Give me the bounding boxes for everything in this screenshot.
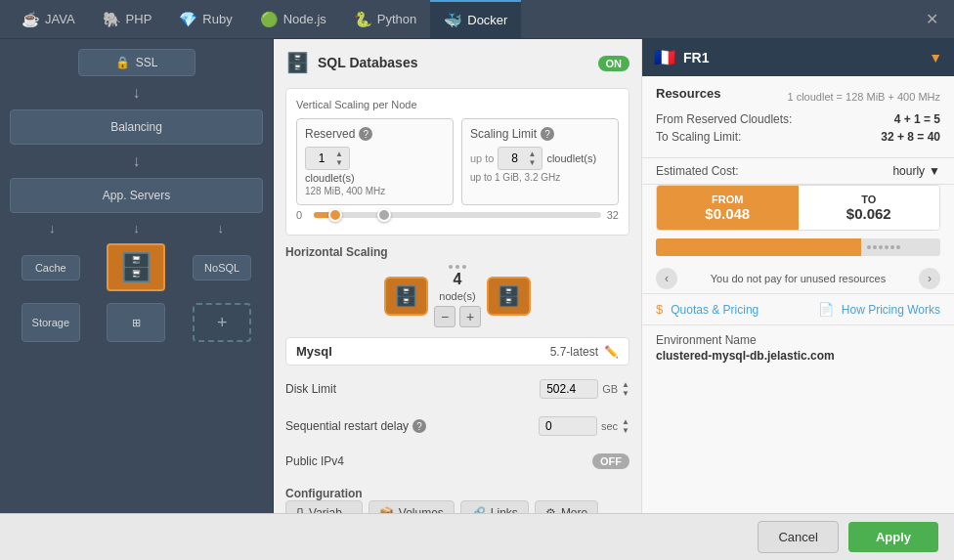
- cost-period-value: hourly: [892, 164, 925, 178]
- arrow-down-ssl: ↓: [10, 84, 263, 102]
- tab-python[interactable]: 🐍 Python: [340, 0, 430, 39]
- public-ipv4-row: Public IPv4 OFF: [285, 450, 629, 473]
- to-scaling-value: 32 + 8 = 40: [881, 130, 940, 144]
- scaling-limit-up-arrow[interactable]: ▲: [528, 150, 536, 158]
- reserved-down-arrow[interactable]: ▼: [335, 158, 343, 167]
- from-price-box: FROM $0.048: [657, 186, 799, 230]
- cost-dropdown-icon[interactable]: ▼: [929, 164, 940, 178]
- grid-button[interactable]: ⊞: [107, 303, 165, 342]
- node-db-icon-1: 🗄️: [394, 284, 418, 308]
- node-card-1[interactable]: 🗄️: [384, 277, 428, 316]
- prev-arrow-button[interactable]: ‹: [656, 268, 677, 289]
- seq-down[interactable]: ▼: [622, 426, 629, 435]
- nosql-button[interactable]: NoSQL: [193, 255, 251, 280]
- balancing-button[interactable]: Balancing: [10, 109, 263, 145]
- node-card-2[interactable]: 🗄️: [487, 277, 531, 316]
- resources-title: Resources: [656, 86, 720, 101]
- how-pricing-works-link[interactable]: How Pricing Works: [842, 303, 940, 317]
- reserved-help-icon[interactable]: ?: [359, 127, 372, 141]
- reserved-up-arrow[interactable]: ▲: [335, 150, 343, 158]
- add-node-button[interactable]: +: [193, 303, 251, 342]
- arrow-down-balancing: ↓: [10, 152, 263, 170]
- disk-limit-up[interactable]: ▲: [622, 380, 629, 389]
- grid-icon: ⊞: [132, 317, 141, 329]
- right-panel: 🇫🇷 FR1 ▼ Resources 1 cloudlet = 128 MiB …: [641, 39, 954, 560]
- java-icon: ☕: [22, 11, 40, 28]
- disk-limit-input[interactable]: [540, 379, 598, 399]
- seq-restart-stepper[interactable]: ▲ ▼: [622, 417, 629, 435]
- nodes-row: Cache 🗄️ NoSQL: [10, 243, 263, 291]
- slider-thumb-reserved[interactable]: [328, 208, 342, 222]
- tab-nodejs[interactable]: 🟢 Node.js: [246, 0, 340, 39]
- cancel-button[interactable]: Cancel: [758, 521, 838, 553]
- region-dropdown-button[interactable]: ▼: [929, 50, 942, 65]
- reserved-stepper[interactable]: 1 ▲ ▼: [305, 147, 350, 170]
- seq-restart-value-container: sec ▲ ▼: [539, 416, 629, 436]
- seq-restart-input[interactable]: [539, 416, 597, 436]
- horizontal-scaling-section: Horizontal Scaling 🗄️ 4 node(s) − +: [285, 245, 629, 327]
- scaling-boxes: Reserved ? 1 ▲ ▼ cloudlet(s) 128 MiB, 40…: [296, 118, 619, 205]
- seq-restart-label: Sequential restart delay ?: [285, 419, 426, 433]
- dot-6: [896, 245, 900, 249]
- dot-2: [455, 265, 459, 269]
- slider-thumb-scaling[interactable]: [377, 208, 391, 222]
- ruby-icon: 💎: [179, 11, 197, 28]
- arrow-center: ↓: [133, 221, 140, 236]
- toggle-on[interactable]: ON: [598, 56, 630, 71]
- mysql-version-value: 5.7-latest: [550, 345, 598, 359]
- nodejs-icon: 🟢: [260, 11, 279, 28]
- node-increase-button[interactable]: +: [459, 306, 481, 327]
- tab-ruby[interactable]: 💎 Ruby: [165, 0, 245, 39]
- next-arrow-button[interactable]: ›: [919, 268, 940, 289]
- dot-5: [890, 245, 894, 249]
- resources-section: Resources 1 cloudlet = 128 MiB + 400 MHz…: [642, 76, 954, 158]
- section-header: 🗄️ SQL Databases ON: [285, 51, 629, 74]
- edit-icon[interactable]: ✏️: [604, 345, 619, 359]
- sql-db-button[interactable]: 🗄️: [107, 243, 165, 291]
- dot-3: [462, 265, 466, 269]
- close-button[interactable]: ✕: [918, 6, 946, 32]
- estimated-cost-row: Estimated Cost: hourly ▼: [642, 158, 954, 185]
- tab-java[interactable]: ☕ JAVA: [8, 0, 89, 39]
- slider-row: 0 32: [296, 209, 619, 221]
- node-count-card: 4 node(s) − +: [434, 265, 481, 327]
- node-count-value: 4: [454, 271, 462, 288]
- quotas-pricing-link[interactable]: Quotas & Pricing: [671, 303, 759, 317]
- tab-docker[interactable]: 🐳 Docker: [430, 0, 521, 39]
- node-dots: [449, 265, 466, 269]
- node-controls: − +: [434, 306, 481, 327]
- ssl-button[interactable]: 🔒 SSL: [78, 49, 195, 76]
- scaling-limit-stepper-arrows[interactable]: ▲ ▼: [528, 150, 536, 167]
- disk-limit-stepper[interactable]: ▲ ▼: [622, 380, 629, 398]
- app-servers-button[interactable]: App. Servers: [10, 178, 263, 213]
- to-price-box: TO $0.062: [799, 186, 940, 230]
- cache-button[interactable]: Cache: [22, 255, 80, 280]
- arrow-left: ↓: [49, 221, 56, 236]
- tab-php[interactable]: 🐘 PHP: [89, 0, 166, 39]
- dot-1: [867, 245, 871, 249]
- public-ipv4-toggle[interactable]: OFF: [592, 453, 629, 469]
- seq-restart-help-icon[interactable]: ?: [412, 419, 426, 433]
- cost-period-selector[interactable]: hourly ▼: [892, 164, 940, 178]
- nav-arrows-row: ‹ You do not pay for unused resources ›: [642, 264, 954, 293]
- scaling-cloudlets-label: cloudlet(s): [546, 152, 596, 164]
- slider-min-label: 0: [296, 209, 308, 221]
- dot-2: [873, 245, 877, 249]
- scaling-per-node-label: Vertical Scaling per Node: [296, 99, 619, 110]
- storage-row: Storage ⊞ +: [10, 303, 263, 342]
- scaling-limit-title: Scaling Limit ?: [470, 127, 610, 141]
- scaling-limit-help-icon[interactable]: ?: [541, 127, 554, 141]
- apply-button[interactable]: Apply: [848, 522, 938, 552]
- scaling-limit-value: 8: [504, 151, 524, 165]
- scaling-limit-down-arrow[interactable]: ▼: [528, 158, 536, 167]
- scaling-limit-upto: up to: [470, 152, 494, 164]
- scaling-limit-stepper[interactable]: 8 ▲ ▼: [498, 147, 542, 170]
- node-decrease-button[interactable]: −: [434, 306, 455, 327]
- seq-restart-row: Sequential restart delay ? sec ▲ ▼: [285, 412, 629, 440]
- seq-up[interactable]: ▲: [622, 417, 629, 426]
- storage-button[interactable]: Storage: [22, 303, 80, 342]
- reserved-stepper-arrows[interactable]: ▲ ▼: [335, 150, 343, 167]
- slider-track[interactable]: [314, 212, 601, 218]
- disk-limit-down[interactable]: ▼: [622, 389, 629, 398]
- dot-3: [879, 245, 883, 249]
